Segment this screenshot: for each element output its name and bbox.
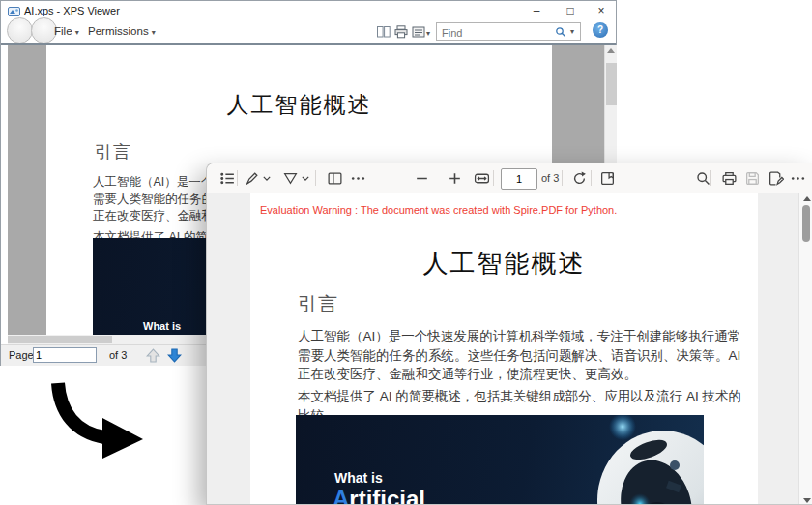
window-title: AI.xps - XPS Viewer	[24, 5, 120, 16]
ellipsis-icon	[352, 177, 364, 180]
h-scroll-thumb[interactable]	[8, 336, 112, 343]
find-box: ▾	[436, 22, 581, 41]
rotate-button[interactable]	[571, 170, 588, 187]
permissions-menu-label: Permissions	[88, 25, 149, 37]
chevron-down-icon	[303, 177, 308, 180]
page-count-label: of 3	[109, 349, 127, 361]
page-layout-button[interactable]	[327, 170, 343, 187]
page-view-icon	[602, 173, 614, 185]
highlight-pen-button[interactable]	[244, 170, 260, 187]
xps-app-icon	[8, 6, 20, 17]
scroll-up-icon[interactable]	[607, 48, 615, 53]
page-view-button[interactable]	[599, 170, 616, 187]
pdf-print-button[interactable]	[721, 170, 738, 187]
toolbar-divider	[591, 170, 592, 186]
evaluation-warning: Evaluation Warning : The document was cr…	[260, 204, 617, 216]
scroll-up-icon[interactable]	[803, 196, 811, 201]
find-input[interactable]	[440, 24, 548, 41]
search-icon	[698, 173, 709, 184]
chevron-down-icon: ▾	[426, 29, 430, 38]
print-button[interactable]	[393, 24, 409, 40]
toolbar-divider	[315, 170, 316, 186]
pen-options-chevron[interactable]	[262, 170, 272, 187]
printer-icon	[723, 173, 736, 185]
draw-tool-icon	[285, 174, 297, 184]
two-page-icon	[378, 27, 391, 38]
file-menu[interactable]: File ▾	[54, 25, 79, 37]
fit-width-icon	[476, 174, 489, 183]
xps-toolbar: File ▾ Permissions ▾	[1, 21, 616, 43]
chevron-down-icon: ▾	[75, 28, 79, 37]
chevron-down-icon	[264, 177, 270, 180]
save-button-disabled[interactable]	[744, 170, 761, 187]
scroll-thumb[interactable]	[606, 63, 617, 105]
save-icon	[747, 173, 759, 185]
toolbar-divider	[710, 170, 711, 186]
page-label: Page	[9, 349, 34, 361]
find-options-chevron[interactable]: ▾	[570, 27, 574, 36]
more-options-button[interactable]	[790, 170, 806, 187]
screenshot-stage: AI.xps - XPS Viewer – □ × File ▾ Permiss…	[0, 0, 812, 505]
fit-to-width-button[interactable]	[474, 170, 490, 187]
pdf-vertical-scrollbar[interactable]	[798, 193, 812, 505]
minimize-button[interactable]: –	[522, 1, 551, 20]
search-icon[interactable]	[555, 26, 566, 38]
section-heading: 引言	[298, 291, 338, 317]
forward-button[interactable]	[31, 17, 57, 44]
curved-arrow-annotation	[35, 377, 160, 474]
signature-permissions-button[interactable]: ▾	[411, 24, 430, 44]
save-edit-icon	[770, 172, 784, 185]
draw-tool-button[interactable]	[282, 170, 299, 187]
search-button[interactable]	[695, 170, 711, 187]
pen-icon	[247, 173, 257, 184]
robot-illustration	[539, 415, 704, 505]
pdf-page-count: of 3	[541, 172, 559, 184]
plus-icon	[450, 173, 460, 184]
toolbar-divider	[237, 170, 238, 186]
banner-rest: rtificial	[349, 486, 425, 505]
down-arrow-icon	[168, 349, 181, 362]
scroll-down-icon[interactable]	[803, 498, 811, 503]
next-page-button[interactable]	[167, 348, 182, 363]
back-button[interactable]	[7, 17, 33, 44]
toolbar-divider	[493, 170, 494, 186]
banner-accent-letter: A	[333, 486, 349, 505]
stamp-icon	[411, 24, 426, 40]
more-tools-button[interactable]	[350, 170, 366, 187]
xps-titlebar: AI.xps - XPS Viewer – □ ×	[1, 1, 616, 21]
draw-options-chevron[interactable]	[301, 170, 310, 187]
save-as-button[interactable]	[768, 170, 784, 187]
pdf-toolbar: of 3	[207, 163, 812, 194]
close-button[interactable]: ×	[587, 1, 616, 20]
section-heading: 引言	[95, 140, 131, 163]
table-of-contents-button[interactable]	[219, 170, 236, 187]
previous-page-button[interactable]	[146, 348, 160, 363]
document-title: 人工智能概述	[250, 247, 758, 281]
banner-image: What is Artificial	[296, 415, 704, 505]
file-menu-label: File	[54, 25, 72, 37]
pdf-viewer-window: of 3	[206, 163, 812, 505]
ellipsis-icon	[792, 177, 804, 180]
pdf-page-input[interactable]	[501, 168, 537, 190]
zoom-in-button[interactable]	[447, 170, 463, 187]
maximize-button[interactable]: □	[556, 1, 585, 20]
scroll-thumb[interactable]	[802, 205, 810, 242]
toc-icon	[221, 173, 234, 183]
pdf-content-area: Evaluation Warning : The document was cr…	[207, 193, 812, 505]
banner-line1: What is	[143, 320, 181, 332]
page-number-input[interactable]	[33, 347, 97, 363]
banner-line1: What is	[334, 470, 383, 486]
rotate-icon	[575, 172, 586, 184]
question-icon: ?	[597, 24, 603, 35]
page-layout-icon	[329, 173, 341, 184]
chevron-down-icon: ▾	[152, 28, 156, 37]
two-page-view-button[interactable]	[376, 24, 392, 40]
document-title: 人工智能概述	[46, 90, 552, 120]
toolbar-divider	[562, 170, 563, 186]
help-button[interactable]: ?	[593, 22, 608, 38]
zoom-out-button[interactable]	[414, 170, 430, 187]
up-arrow-icon	[147, 349, 160, 362]
printer-icon	[395, 26, 407, 38]
banner-line2: Artificial	[333, 486, 425, 505]
permissions-menu[interactable]: Permissions ▾	[88, 25, 156, 37]
